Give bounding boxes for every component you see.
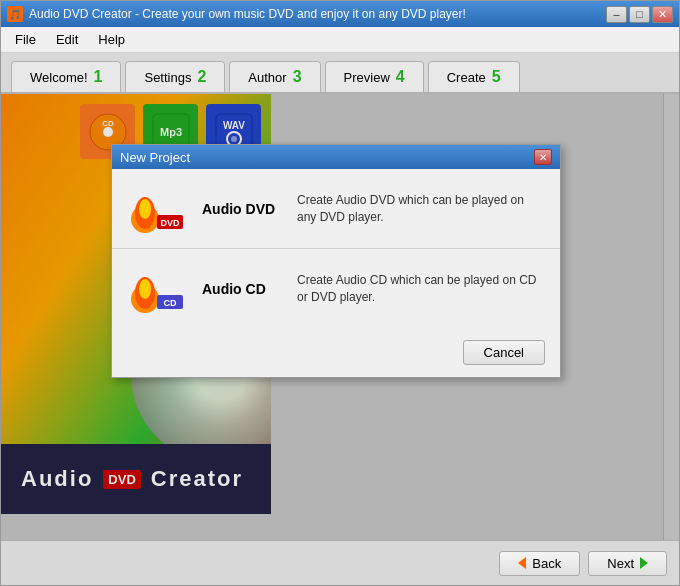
tab-preview-label: Preview <box>344 70 390 85</box>
dialog-close-button[interactable]: ✕ <box>534 149 552 165</box>
maximize-button[interactable]: □ <box>629 6 650 23</box>
audio-cd-desc: Create Audio CD which can be played on C… <box>297 272 545 306</box>
back-arrow-icon <box>518 557 526 569</box>
main-window: 🎵 Audio DVD Creator - Create your own mu… <box>0 0 680 586</box>
tab-settings-label: Settings <box>144 70 191 85</box>
title-bar: 🎵 Audio DVD Creator - Create your own mu… <box>1 1 679 27</box>
next-arrow-icon <box>640 557 648 569</box>
svg-point-11 <box>139 199 151 219</box>
title-buttons: – □ ✕ <box>606 6 673 23</box>
audio-dvd-desc: Create Audio DVD which can be played on … <box>297 192 545 226</box>
tab-create[interactable]: Create 5 <box>428 61 520 92</box>
tab-welcome-label: Welcome! <box>30 70 88 85</box>
window-title: Audio DVD Creator - Create your own musi… <box>29 7 466 21</box>
app-icon: 🎵 <box>7 6 23 22</box>
menu-edit[interactable]: Edit <box>46 29 88 50</box>
dialog-title-bar: New Project ✕ <box>112 145 560 169</box>
tab-settings[interactable]: Settings 2 <box>125 61 225 92</box>
audio-cd-label: Audio CD <box>202 281 282 297</box>
dialog-body: DVD Audio DVD Create Audio DVD which can… <box>112 169 560 328</box>
audio-cd-option[interactable]: CD Audio CD Create Audio CD which can be… <box>112 249 560 328</box>
svg-text:CD: CD <box>164 298 177 308</box>
back-label: Back <box>532 556 561 571</box>
tab-author-number: 3 <box>293 68 302 86</box>
tab-preview-number: 4 <box>396 68 405 86</box>
cancel-button[interactable]: Cancel <box>463 340 545 365</box>
bottom-nav: Back Next <box>1 540 679 585</box>
audio-dvd-label: Audio DVD <box>202 201 282 217</box>
tab-author[interactable]: Author 3 <box>229 61 320 92</box>
tab-welcome[interactable]: Welcome! 1 <box>11 61 121 92</box>
tab-welcome-number: 1 <box>94 68 103 86</box>
new-project-dialog: New Project ✕ DVD <box>111 144 561 378</box>
dialog-title: New Project <box>120 150 190 165</box>
tab-create-label: Create <box>447 70 486 85</box>
tab-bar: Welcome! 1 Settings 2 Author 3 Preview 4… <box>1 53 679 94</box>
svg-point-16 <box>139 279 151 299</box>
next-button[interactable]: Next <box>588 551 667 576</box>
audio-dvd-icon: DVD <box>127 181 187 236</box>
back-button[interactable]: Back <box>499 551 580 576</box>
svg-text:DVD: DVD <box>160 218 180 228</box>
main-content: CD Mp3 WAV <box>1 94 679 540</box>
tab-settings-number: 2 <box>197 68 206 86</box>
tab-create-number: 5 <box>492 68 501 86</box>
tab-author-label: Author <box>248 70 286 85</box>
audio-dvd-option[interactable]: DVD Audio DVD Create Audio DVD which can… <box>112 169 560 249</box>
title-bar-left: 🎵 Audio DVD Creator - Create your own mu… <box>7 6 466 22</box>
audio-cd-icon: CD <box>127 261 187 316</box>
minimize-button[interactable]: – <box>606 6 627 23</box>
next-label: Next <box>607 556 634 571</box>
menu-file[interactable]: File <box>5 29 46 50</box>
close-button[interactable]: ✕ <box>652 6 673 23</box>
menu-bar: File Edit Help <box>1 27 679 53</box>
menu-help[interactable]: Help <box>88 29 135 50</box>
dialog-footer: Cancel <box>112 328 560 377</box>
tab-preview[interactable]: Preview 4 <box>325 61 424 92</box>
